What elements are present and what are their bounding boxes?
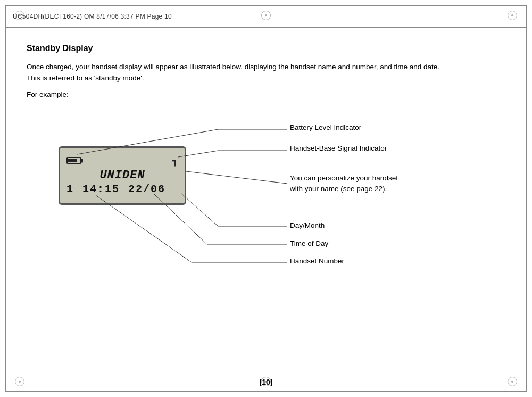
paragraph-1: Once charged, your handset display will … — [27, 62, 442, 84]
battery-tip — [81, 159, 83, 162]
lcd-number: 1 — [66, 183, 74, 195]
daymonth-label: Day/Month — [290, 221, 325, 231]
section-title: Standby Display — [27, 44, 505, 53]
battery-body — [66, 157, 81, 164]
header-bar: UC504DH(DECT160-2) OM 8/17/06 3:37 PM Pa… — [5, 5, 527, 28]
reg-mark-bottom-left — [15, 377, 24, 386]
battery-level-label: Battery Level Indicator — [290, 123, 361, 133]
battery-icon — [66, 157, 81, 164]
lcd-time: 14:15 — [82, 183, 120, 195]
reg-mark-bottom-right — [508, 377, 517, 386]
battery-bar-2 — [71, 159, 74, 162]
signal-indicator-label: Handset-Base Signal Indicator — [290, 144, 387, 154]
signal-icon: ┓ — [172, 156, 178, 166]
handset-number-label: Handset Number — [290, 257, 344, 267]
svg-line-5 — [181, 193, 218, 226]
annotations-svg — [27, 114, 505, 306]
personalize-label: You can personalize your handset with yo… — [290, 173, 398, 195]
svg-line-9 — [96, 195, 192, 262]
battery-bar-1 — [68, 159, 71, 162]
page-number: [10] — [260, 378, 273, 386]
lcd-top-row: ┓ — [66, 156, 178, 166]
lcd-display: ┓ UNIDEN 1 14:15 22/06 — [59, 146, 186, 205]
content-area: Standby Display Once charged, your hands… — [27, 28, 505, 370]
lcd-bottom-row: 1 14:15 22/06 — [66, 183, 178, 195]
lcd-name: UNIDEN — [66, 169, 178, 182]
for-example: For example: — [27, 90, 505, 98]
battery-bar-3 — [74, 159, 77, 162]
header-text: UC504DH(DECT160-2) OM 8/17/06 3:37 PM Pa… — [13, 13, 172, 20]
svg-line-4 — [186, 171, 287, 184]
timeofday-label: Time of Day — [290, 239, 328, 249]
lcd-date: 22/06 — [128, 183, 165, 195]
diagram-area: ┓ UNIDEN 1 14:15 22/06 — [27, 114, 505, 306]
